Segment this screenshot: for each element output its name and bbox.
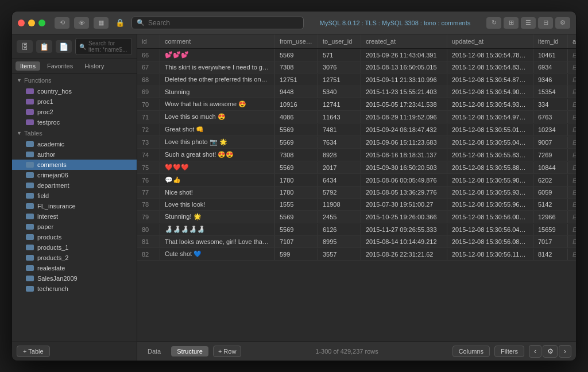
sidebar-item-proc2[interactable]: proc2 xyxy=(12,107,137,117)
cell-comment: Such a great shot! 😍😍 xyxy=(160,149,275,161)
col-updated-at[interactable]: updated_at xyxy=(447,34,533,48)
add-table-button[interactable]: + Table xyxy=(17,346,50,357)
sidebar-item-crimejan06[interactable]: crimejan06 xyxy=(12,170,137,180)
sidebar-item-techcrunch[interactable]: techcrunch xyxy=(12,284,137,294)
table-row[interactable]: 72 Great shot 👊 5569 7481 2015-09-24 06:… xyxy=(137,123,576,136)
sidebar-item-interest[interactable]: interest xyxy=(12,211,137,222)
cell-from-user-id: 1555 xyxy=(275,199,318,210)
cell-comment: Nice shot! xyxy=(160,187,275,198)
prev-page-button[interactable]: ‹ xyxy=(529,345,541,358)
cell-from-user-id: 4086 xyxy=(275,111,318,123)
split-view-button[interactable]: ⊟ xyxy=(538,17,553,29)
col-item-id[interactable]: item_id xyxy=(533,34,568,48)
table-row[interactable]: 77 Nice shot! 1780 5792 2015-08-05 13:36… xyxy=(137,187,576,199)
tab-history[interactable]: History xyxy=(80,61,109,71)
sidebar-item-products[interactable]: products xyxy=(12,232,137,242)
cell-item-id: 7269 xyxy=(533,149,568,161)
eye-icon[interactable]: 👁 xyxy=(74,17,89,29)
table-icon[interactable]: 📋 xyxy=(36,40,52,53)
sidebar-item-fl-insurance[interactable]: FL_insurance xyxy=(12,201,137,211)
cell-to-user-id: 8995 xyxy=(318,236,361,247)
table-row[interactable]: 74 Such a great shot! 😍😍 7308 8928 2015-… xyxy=(137,149,576,161)
table-row[interactable]: 73 Love this photo 📷 🌟 5569 7634 2015-09… xyxy=(137,136,576,149)
table-row[interactable]: 70 Wow that hat is awesome 😍 10916 12741… xyxy=(137,98,576,111)
close-button[interactable] xyxy=(18,20,25,26)
sidebar-item-country-hos[interactable]: country_hos xyxy=(12,86,137,96)
sidebar-item-products-1[interactable]: products_1 xyxy=(12,242,137,253)
col-to-user-id[interactable]: to_user_id xyxy=(318,34,361,48)
functions-section-header[interactable]: ▼ Functions xyxy=(12,75,137,86)
cell-item-id: 10844 xyxy=(533,162,568,173)
table-row[interactable]: 71 Love this so much 😍 4086 11643 2015-0… xyxy=(137,111,576,123)
table-row[interactable]: 81 That looks awesome, girl! Love that o… xyxy=(137,236,576,248)
table-row[interactable]: 82 Cute shot 💙 599 3557 2015-08-26 22:31… xyxy=(137,248,576,261)
global-search[interactable]: 🔍 xyxy=(131,17,304,29)
cell-item-id: 6202 xyxy=(533,175,568,186)
db-icon[interactable]: 🗄 xyxy=(17,40,33,53)
titlebar-right: ↻ ⊞ ☰ ⊟ ⚙ xyxy=(486,17,570,29)
table-row[interactable]: 76 💬👍 1780 6434 2015-08-06 00:05:49.876 … xyxy=(137,174,576,187)
sidebar-item-department[interactable]: department xyxy=(12,180,137,191)
row-info: 1-300 of 429,237 rows xyxy=(246,348,447,355)
tab-favorites[interactable]: Favorites xyxy=(42,61,78,71)
cell-id: 76 xyxy=(137,175,160,186)
table-row[interactable]: 75 ❤️❤️❤️ 5569 2017 2015-09-30 16:50:20.… xyxy=(137,161,576,174)
table-row[interactable]: 78 Love this look! 1555 11908 2015-07-30… xyxy=(137,199,576,211)
sidebar-item-salesjan2009[interactable]: SalesJan2009 xyxy=(12,273,137,284)
settings-button[interactable]: ⚙ xyxy=(555,17,570,29)
col-created-at[interactable]: created_at xyxy=(361,34,447,48)
table-icon xyxy=(26,183,34,188)
table-row[interactable]: 80 🍶🍶🍶🍶🍶 5569 6126 2015-11-27 09:26:55.3… xyxy=(137,223,576,236)
col-id[interactable]: id xyxy=(137,34,160,48)
cell-attachment: EMPTY xyxy=(568,86,576,98)
col-comment[interactable]: comment xyxy=(160,34,275,48)
grid-icon[interactable]: ▦ xyxy=(94,17,109,29)
sidebar-item-academic[interactable]: academic xyxy=(12,139,137,149)
tab-data[interactable]: Data xyxy=(142,346,167,356)
search-icon-small: 🔍 xyxy=(79,44,86,50)
search-input[interactable] xyxy=(148,19,299,27)
minimize-button[interactable] xyxy=(28,20,35,26)
sidebar-item-products-2[interactable]: products_2 xyxy=(12,253,137,263)
filters-button[interactable]: Filters xyxy=(494,346,524,357)
bottom-bar: Data Structure + Row 1-300 of 429,237 ro… xyxy=(137,341,576,361)
table-row[interactable]: 68 Deleted the other preferred this one … xyxy=(137,73,576,86)
sidebar-item-proc1[interactable]: proc1 xyxy=(12,96,137,107)
query-icon[interactable]: 📄 xyxy=(56,40,72,53)
content-area: id comment from_user_id to_user_id creat… xyxy=(137,34,576,361)
tab-structure[interactable]: Structure xyxy=(171,346,208,356)
columns-button[interactable]: Columns xyxy=(452,346,490,357)
cell-created-at: 2015-08-26 22:31:21.62 xyxy=(361,249,447,260)
item-label: field xyxy=(37,192,49,199)
sidebar-item-comments[interactable]: comments xyxy=(12,160,137,170)
item-label: academic xyxy=(37,141,64,148)
list-view-button[interactable]: ☰ xyxy=(521,17,536,29)
table-row[interactable]: 67 This skirt is everywhere I need to ge… xyxy=(137,61,576,73)
table-row[interactable]: 79 Stunning! 🌟 5569 2455 2015-10-25 19:2… xyxy=(137,211,576,223)
sidebar-item-testproc[interactable]: testproc xyxy=(12,117,137,127)
col-from-user-id[interactable]: from_user_id xyxy=(275,34,318,48)
cell-attachment: EMPTY xyxy=(568,187,576,198)
sidebar-search[interactable]: 🔍 Search for item: *name$... xyxy=(75,38,132,55)
sidebar-item-realestate[interactable]: realestate xyxy=(12,263,137,273)
col-attachment[interactable]: attachment xyxy=(568,34,576,48)
tables-section-header[interactable]: ▼ Tables xyxy=(12,127,137,139)
cell-item-id: 6934 xyxy=(533,61,568,73)
table-row[interactable]: 66 💕💕💕 5569 571 2015-09-26 11:43:04.391 … xyxy=(137,49,576,61)
add-row-button[interactable]: + Row xyxy=(213,346,242,357)
sidebar-item-paper[interactable]: paper xyxy=(12,222,137,232)
maximize-button[interactable] xyxy=(38,20,45,26)
page-settings-button[interactable]: ⚙ xyxy=(543,345,558,358)
table-row[interactable]: 69 Stunning 9448 5340 2015-11-23 15:55:2… xyxy=(137,86,576,98)
cell-item-id: 334 xyxy=(533,99,568,110)
back-icon[interactable]: ⟲ xyxy=(55,17,69,29)
item-label: products_2 xyxy=(37,254,68,261)
cell-id: 77 xyxy=(137,187,160,198)
sidebar-item-author[interactable]: author xyxy=(12,149,137,160)
refresh-button[interactable]: ↻ xyxy=(486,17,501,29)
next-page-button[interactable]: › xyxy=(559,345,571,358)
grid-view-button[interactable]: ⊞ xyxy=(504,17,519,29)
tab-items[interactable]: Items xyxy=(16,61,40,71)
sidebar-item-field[interactable]: field xyxy=(12,191,137,201)
cell-attachment: EMPTY xyxy=(568,124,576,135)
